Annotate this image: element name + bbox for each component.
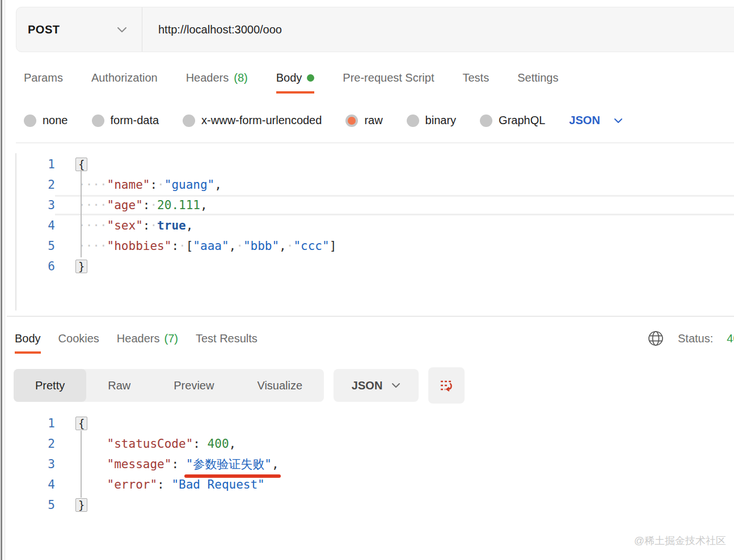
- divider: [16, 142, 734, 143]
- response-toolbar: Pretty Raw Preview Visualize JSON: [14, 367, 465, 404]
- response-format-select[interactable]: JSON: [334, 369, 419, 402]
- method-selector[interactable]: POST: [16, 7, 142, 52]
- radio-raw[interactable]: raw: [345, 114, 382, 127]
- radio-graphql[interactable]: GraphQL: [480, 114, 545, 127]
- view-mode-pretty[interactable]: Pretty: [14, 369, 86, 402]
- view-mode-raw[interactable]: Raw: [86, 369, 152, 402]
- radio-x-www-form-urlencoded[interactable]: x-www-form-urlencoded: [183, 114, 322, 127]
- code-line[interactable]: 2 "statusCode": 400,: [0, 434, 734, 454]
- globe-icon[interactable]: [647, 330, 664, 347]
- line-number: 1: [0, 413, 55, 434]
- code-line[interactable]: 5}: [0, 495, 734, 515]
- indent-guide: [81, 431, 82, 498]
- divider: [7, 316, 734, 317]
- url-bar: POST http://localhost:3000/ooo: [16, 7, 734, 52]
- code-line[interactable]: 1{: [0, 154, 734, 175]
- tab-body[interactable]: Body: [276, 71, 315, 94]
- view-mode-switcher: Pretty Raw Preview Visualize: [14, 369, 324, 402]
- tab-tests[interactable]: Tests: [462, 71, 489, 94]
- line-number: 5: [0, 236, 55, 256]
- headers-count-badge: (8): [234, 71, 247, 84]
- chevron-down-icon: [117, 27, 127, 33]
- line-number: 3: [0, 454, 55, 474]
- radio-circle-icon: [92, 114, 104, 127]
- radio-circle-icon: [480, 114, 492, 127]
- line-number: 1: [0, 154, 55, 175]
- tab-cookies[interactable]: Cookies: [58, 332, 99, 354]
- code-line[interactable]: 2····"name":·"guang",: [0, 175, 734, 195]
- wrap-lines-icon: [438, 377, 455, 394]
- response-body-editor[interactable]: 1{2 "statusCode": 400,3 "message": "参数验证…: [0, 413, 734, 515]
- radio-binary[interactable]: binary: [407, 114, 456, 127]
- line-number: 2: [0, 175, 55, 195]
- status-label: Status:: [678, 332, 713, 345]
- indent-guide: [81, 170, 82, 257]
- code-line[interactable]: 3 "message": "参数验证失败",: [0, 454, 734, 474]
- tab-settings[interactable]: Settings: [517, 71, 558, 94]
- view-mode-preview[interactable]: Preview: [152, 369, 235, 402]
- status-value: 40: [727, 332, 734, 345]
- radio-circle-icon: [407, 114, 419, 127]
- code-line[interactable]: 4 "error": "Bad Request": [0, 474, 734, 495]
- radio-none[interactable]: none: [24, 114, 68, 127]
- url-input[interactable]: http://localhost:3000/ooo: [142, 23, 282, 36]
- tab-response-body[interactable]: Body: [15, 332, 41, 354]
- request-body-editor[interactable]: 1{2····"name":·"guang",3····"age":·20.11…: [0, 154, 734, 277]
- code-line[interactable]: 4····"sex":·true,: [0, 215, 734, 236]
- fold-marker[interactable]: {: [75, 158, 87, 171]
- code-line[interactable]: 3····"age":·20.111,: [0, 195, 734, 215]
- wrap-lines-button[interactable]: [428, 367, 465, 404]
- chevron-down-icon: [391, 383, 400, 388]
- radio-selected-icon: [345, 114, 358, 127]
- fold-marker[interactable]: {: [75, 417, 87, 430]
- raw-format-select[interactable]: JSON: [569, 114, 622, 127]
- watermark: @稀土掘金技术社区: [634, 534, 726, 548]
- tab-test-results[interactable]: Test Results: [196, 332, 258, 354]
- radio-circle-icon: [24, 114, 36, 127]
- line-number: 6: [0, 256, 55, 277]
- response-tabs: Body Cookies Headers(7) Test Results: [15, 332, 258, 354]
- code-line[interactable]: 6}: [0, 256, 734, 277]
- line-number: 2: [0, 434, 55, 454]
- tab-params[interactable]: Params: [24, 71, 63, 94]
- tab-headers[interactable]: Headers(8): [186, 71, 248, 94]
- response-status-area: Status: 40: [647, 330, 734, 347]
- line-number: 4: [0, 215, 55, 236]
- line-number: 4: [0, 474, 55, 495]
- body-type-bar: none form-data x-www-form-urlencoded raw…: [24, 114, 623, 127]
- code-line[interactable]: 5····"hobbies":·["aaa",·"bbb",·"ccc"]: [0, 236, 734, 256]
- code-line[interactable]: 1{: [0, 413, 734, 434]
- fold-marker[interactable]: }: [75, 498, 87, 512]
- fold-marker[interactable]: }: [75, 260, 87, 273]
- view-mode-visualize[interactable]: Visualize: [235, 369, 324, 402]
- body-modified-dot-icon: [307, 74, 314, 82]
- chevron-down-icon: [614, 118, 623, 124]
- method-label: POST: [28, 23, 60, 36]
- tab-response-headers[interactable]: Headers(7): [117, 332, 178, 354]
- response-headers-count-badge: (7): [164, 332, 178, 345]
- radio-form-data[interactable]: form-data: [92, 114, 159, 127]
- radio-circle-icon: [183, 114, 195, 127]
- line-number: 3: [0, 195, 55, 215]
- tab-pre-request-script[interactable]: Pre-request Script: [343, 71, 434, 94]
- request-tabs: Params Authorization Headers(8) Body Pre…: [24, 71, 558, 94]
- tab-authorization[interactable]: Authorization: [91, 71, 158, 94]
- line-number: 5: [0, 495, 55, 515]
